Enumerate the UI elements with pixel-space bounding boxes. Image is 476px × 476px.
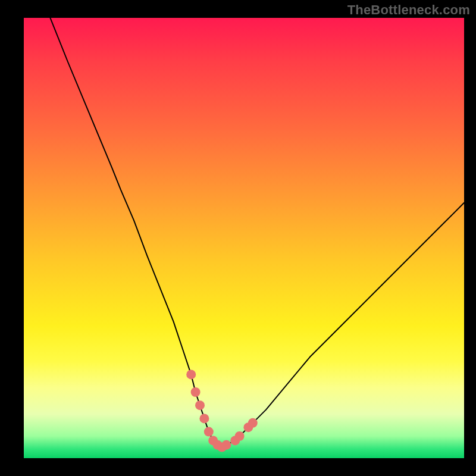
chart-frame: TheBottleneck.com — [0, 0, 476, 476]
watermark-text: TheBottleneck.com — [347, 2, 470, 18]
curve-marker — [191, 387, 201, 397]
curve-marker — [204, 427, 214, 437]
bottleneck-curve — [50, 18, 464, 447]
curve-marker — [186, 369, 196, 379]
curve-marker — [221, 440, 231, 450]
curve-marker — [195, 400, 205, 410]
plot-area — [24, 18, 464, 458]
marker-group — [186, 369, 258, 452]
curve-svg — [24, 18, 464, 458]
curve-marker — [199, 414, 209, 423]
curve-marker — [248, 418, 258, 428]
curve-marker — [235, 431, 245, 441]
